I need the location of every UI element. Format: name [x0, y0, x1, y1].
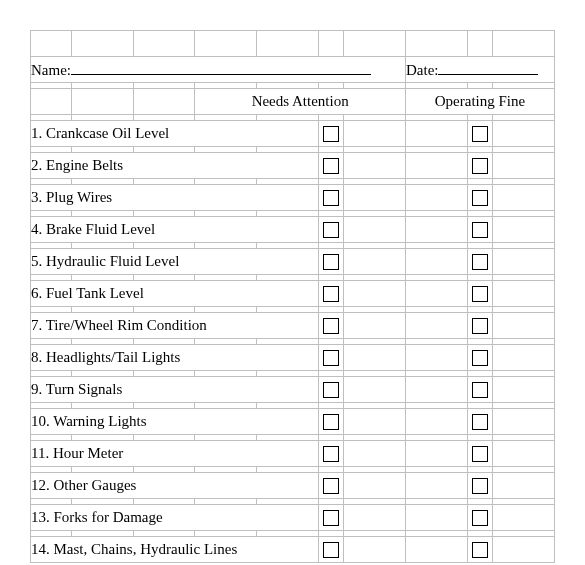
needs-attention-cell: [318, 377, 344, 403]
gap-cell: [405, 249, 467, 275]
operating-fine-cell: [467, 377, 493, 403]
operating-fine-checkbox[interactable]: [472, 254, 488, 270]
needs-attention-checkbox[interactable]: [323, 350, 339, 366]
needs-attention-checkbox[interactable]: [323, 542, 339, 558]
checklist-row: 8. Headlights/Tail Lights: [31, 345, 555, 371]
operating-fine-checkbox[interactable]: [472, 318, 488, 334]
needs-attention-checkbox[interactable]: [323, 158, 339, 174]
needs-attention-checkbox[interactable]: [323, 126, 339, 142]
checklist-row: 14. Mast, Chains, Hydraulic Lines: [31, 537, 555, 563]
needs-attention-checkbox[interactable]: [323, 414, 339, 430]
needs-attention-checkbox[interactable]: [323, 510, 339, 526]
checklist-table: Name: Date: Needs Attention Operating Fi…: [30, 30, 555, 563]
gap-cell: [405, 281, 467, 307]
needs-attention-checkbox[interactable]: [323, 478, 339, 494]
needs-attention-checkbox[interactable]: [323, 190, 339, 206]
column-labels-row: Needs Attention Operating Fine: [31, 89, 555, 115]
name-underline[interactable]: [71, 61, 371, 75]
needs-attention-cell: [318, 121, 344, 147]
operating-fine-cell: [467, 505, 493, 531]
top-row: [31, 31, 555, 57]
needs-attention-checkbox[interactable]: [323, 318, 339, 334]
checklist-row: 13. Forks for Damage: [31, 505, 555, 531]
operating-fine-cell: [467, 185, 493, 211]
needs-attention-cell: [318, 441, 344, 467]
name-label: Name:: [31, 62, 71, 78]
checklist-row: 10. Warning Lights: [31, 409, 555, 435]
end-cell: [493, 441, 555, 467]
end-cell: [493, 153, 555, 179]
operating-fine-checkbox[interactable]: [472, 510, 488, 526]
operating-fine-checkbox[interactable]: [472, 446, 488, 462]
item-label: 9. Turn Signals: [31, 377, 319, 403]
gap-cell: [405, 473, 467, 499]
operating-fine-cell: [467, 473, 493, 499]
item-label: 14. Mast, Chains, Hydraulic Lines: [31, 537, 319, 563]
gap-cell: [344, 121, 406, 147]
operating-fine-header: Operating Fine: [405, 89, 554, 115]
checklist-row: 4. Brake Fluid Level: [31, 217, 555, 243]
operating-fine-cell: [467, 313, 493, 339]
gap-cell: [344, 537, 406, 563]
gap-cell: [405, 441, 467, 467]
operating-fine-checkbox[interactable]: [472, 414, 488, 430]
checklist-row: 12. Other Gauges: [31, 473, 555, 499]
gap-cell: [344, 345, 406, 371]
operating-fine-checkbox[interactable]: [472, 158, 488, 174]
item-label: 12. Other Gauges: [31, 473, 319, 499]
date-underline[interactable]: [438, 61, 538, 75]
item-label: 5. Hydraulic Fluid Level: [31, 249, 319, 275]
name-field-cell: Name:: [31, 57, 406, 83]
item-label: 10. Warning Lights: [31, 409, 319, 435]
item-label: 8. Headlights/Tail Lights: [31, 345, 319, 371]
needs-attention-cell: [318, 537, 344, 563]
item-label: 6. Fuel Tank Level: [31, 281, 319, 307]
needs-attention-checkbox[interactable]: [323, 286, 339, 302]
gap-cell: [344, 473, 406, 499]
item-label: 3. Plug Wires: [31, 185, 319, 211]
operating-fine-checkbox[interactable]: [472, 222, 488, 238]
needs-attention-header: Needs Attention: [195, 89, 406, 115]
needs-attention-cell: [318, 313, 344, 339]
gap-cell: [344, 217, 406, 243]
needs-attention-cell: [318, 345, 344, 371]
needs-attention-checkbox[interactable]: [323, 222, 339, 238]
operating-fine-cell: [467, 249, 493, 275]
operating-fine-checkbox[interactable]: [472, 478, 488, 494]
checklist-row: 3. Plug Wires: [31, 185, 555, 211]
gap-cell: [344, 153, 406, 179]
gap-cell: [405, 185, 467, 211]
gap-cell: [405, 153, 467, 179]
end-cell: [493, 345, 555, 371]
end-cell: [493, 377, 555, 403]
needs-attention-checkbox[interactable]: [323, 446, 339, 462]
operating-fine-cell: [467, 345, 493, 371]
operating-fine-checkbox[interactable]: [472, 382, 488, 398]
needs-attention-cell: [318, 153, 344, 179]
end-cell: [493, 185, 555, 211]
operating-fine-checkbox[interactable]: [472, 126, 488, 142]
operating-fine-checkbox[interactable]: [472, 542, 488, 558]
end-cell: [493, 217, 555, 243]
gap-cell: [405, 409, 467, 435]
needs-attention-checkbox[interactable]: [323, 382, 339, 398]
item-label: 7. Tire/Wheel Rim Condition: [31, 313, 319, 339]
needs-attention-cell: [318, 249, 344, 275]
needs-attention-checkbox[interactable]: [323, 254, 339, 270]
checklist-row: 6. Fuel Tank Level: [31, 281, 555, 307]
operating-fine-cell: [467, 121, 493, 147]
gap-cell: [405, 121, 467, 147]
operating-fine-checkbox[interactable]: [472, 286, 488, 302]
gap-cell: [405, 217, 467, 243]
date-field-cell: Date:: [405, 57, 554, 83]
item-label: 1. Crankcase Oil Level: [31, 121, 319, 147]
end-cell: [493, 249, 555, 275]
gap-cell: [344, 281, 406, 307]
operating-fine-checkbox[interactable]: [472, 350, 488, 366]
checklist-row: 5. Hydraulic Fluid Level: [31, 249, 555, 275]
operating-fine-checkbox[interactable]: [472, 190, 488, 206]
gap-cell: [405, 537, 467, 563]
gap-cell: [344, 249, 406, 275]
operating-fine-cell: [467, 537, 493, 563]
end-cell: [493, 313, 555, 339]
